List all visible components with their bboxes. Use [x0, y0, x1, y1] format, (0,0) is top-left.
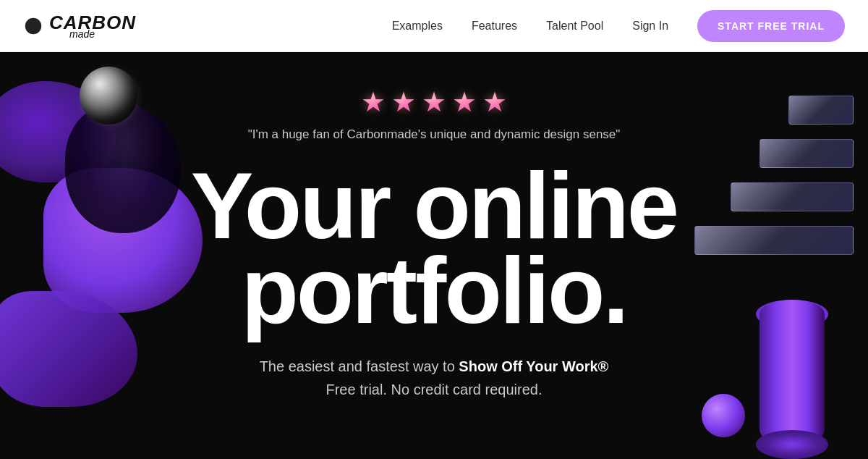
start-free-trial-button[interactable]: START FREE TRIAL [697, 10, 845, 42]
star-1: ★ [361, 88, 386, 116]
svg-point-0 [25, 17, 41, 33]
headline-line2: portfolio. [241, 237, 626, 343]
subtext-line2: Free trial. No credit card required. [326, 382, 542, 397]
subtext-bold: Show Off Your Work® [459, 358, 608, 374]
quote-text: "I'm a huge fan of Carbonmade's unique a… [248, 127, 621, 142]
headline: Your online portfolio. [191, 164, 677, 333]
subtext: The easiest and fastest way to Show Off … [260, 355, 609, 401]
star-4: ★ [452, 88, 477, 116]
subtext-prefix: The easiest and fastest way to [260, 358, 459, 374]
logo[interactable]: CARBON made [23, 13, 136, 39]
header: CARBON made Examples Features Talent Poo… [0, 0, 868, 52]
logo-icon [23, 16, 43, 36]
nav-features[interactable]: Features [472, 20, 517, 33]
hero-section: ★ ★ ★ ★ ★ "I'm a huge fan of Carbonmade'… [0, 52, 868, 459]
star-5: ★ [482, 88, 507, 116]
nav-talent-pool[interactable]: Talent Pool [546, 20, 603, 33]
logo-made-text: made [49, 29, 136, 39]
nav-sign-in[interactable]: Sign In [632, 20, 668, 33]
stars-row: ★ ★ ★ ★ ★ [361, 88, 507, 116]
star-2: ★ [391, 88, 416, 116]
star-3: ★ [422, 88, 446, 116]
main-nav: Examples Features Talent Pool Sign In ST… [392, 10, 845, 42]
nav-examples[interactable]: Examples [392, 20, 443, 33]
hero-content: ★ ★ ★ ★ ★ "I'm a huge fan of Carbonmade'… [0, 52, 868, 459]
